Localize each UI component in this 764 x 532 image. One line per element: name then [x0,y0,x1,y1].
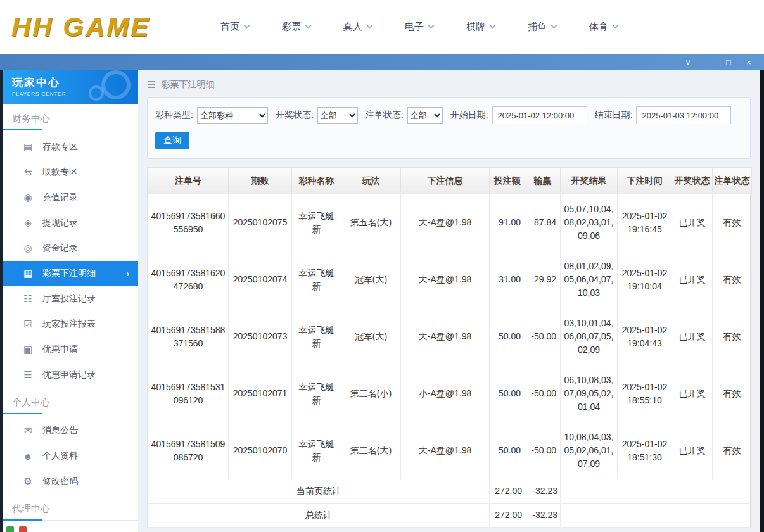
cell-order-status: 有效 [713,194,752,251]
cell-amount: 50.00 [490,308,525,365]
cell-play: 冠军(大) [341,308,401,365]
cell-bet-info: 大-A盘@1.98 [401,194,490,251]
chevron-down-icon [367,23,373,29]
window-collapse-icon[interactable]: ∨ [683,58,693,66]
promo-apply-icon: ▣ [22,344,34,355]
cell-order-no: 401569173581531096120 [148,365,229,422]
table-header-row: 注单号 期数 彩种名称 玩法 下注信息 投注额 输赢 开奖结果 下注时间 开奖状… [148,168,752,194]
cell-draw-status: 已开奖 [672,422,713,479]
window-minimize-icon[interactable]: — [703,58,713,66]
withdrawal-record-icon: ◈ [22,217,34,229]
order-status-select[interactable]: 全部 [407,107,443,124]
cell-amount: 91.00 [490,194,525,251]
cell-win-loss: -50.00 [525,365,561,422]
sidebar-item-withdraw[interactable]: ⇆ 取款专区 [3,160,138,185]
cell-result: 05,07,10,04,08,02,03,01,09,06 [561,194,618,251]
sidebar-item-profile[interactable]: ☻ 个人资料 [3,443,138,469]
nav-item-electronic[interactable]: 电子 [405,21,433,33]
cell-order-status: 有效 [713,365,752,422]
sidebar-item-deposit[interactable]: ▤ 存款专区 [3,134,138,160]
col-header-order-status: 注单状态 [713,168,752,194]
sidebar-item-funds-record[interactable]: ◎ 资金记录 [3,236,138,261]
sidebar-item-change-password[interactable]: ⚙ 修改密码 [3,469,138,494]
nav-item-sports[interactable]: 体育 [589,21,618,33]
sidebar-item-label: 彩票下注明细 [42,268,96,279]
withdraw-icon: ⇆ [22,167,34,178]
section-title-personal: 个人中心 [3,388,138,414]
cell-bet-time: 2025-01-02 18:55:10 [618,365,672,422]
col-header-order-no: 注单号 [148,168,229,194]
section-title-finance: 财务中心 [3,104,138,130]
sidebar-item-label: 优惠申请 [42,344,78,355]
sidebar-item-withdrawal-record[interactable]: ◈ 提现记录 [3,210,138,236]
cell-draw-status: 已开奖 [672,194,713,251]
deposit-icon: ▤ [22,141,34,153]
logo: HH GAME [11,12,201,42]
window-body: 玩家中心 PLAYERS CENTER 财务中心 ▤ 存款专区 ⇆ 取款专区 ◉… [0,70,764,532]
sidebar-item-lottery-bet-detail[interactable]: ▦ 彩票下注明细 › [3,261,138,286]
sidebar-item-label: 消息公告 [42,425,78,436]
end-date-input[interactable] [636,106,731,124]
cell-order-status: 有效 [713,308,752,365]
breadcrumb: ☰ 彩票下注明细 [147,79,751,91]
window-right-edge [760,70,764,532]
start-date-input[interactable] [492,106,587,124]
cell-play: 第三名(大) [341,422,401,479]
player-center-header: 玩家中心 PLAYERS CENTER [3,70,138,104]
col-header-win-loss: 输赢 [525,168,561,194]
hamburger-icon: ☰ [147,79,155,91]
cell-bet-time: 2025-01-02 19:16:45 [618,194,672,251]
sidebar-item-label: 充值记录 [42,192,78,203]
window-close-icon[interactable]: × [744,58,754,66]
sidebar-item-label: 玩家投注报表 [42,319,96,330]
sidebar-item-promo-apply[interactable]: ▣ 优惠申请 [3,337,138,362]
cell-result: 10,08,04,03,05,02,06,01,07,09 [561,422,618,479]
nav-item-chess[interactable]: 棋牌 [466,21,495,33]
cell-win-loss: 87.84 [525,194,561,251]
sidebar-item-messages[interactable]: ✉ 消息公告 [3,418,138,443]
cell-amount: 50.00 [490,365,525,422]
draw-status-select[interactable]: 全部 [317,107,358,124]
main-content: ☰ 彩票下注明细 彩种类型: 全部彩种 开奖状态: 全部 注单状态: 全部 开始… [138,70,760,532]
nav-label: 棋牌 [466,21,485,33]
sidebar-item-hall-bet-record[interactable]: ☷ 厅室投注记录 [3,286,138,312]
filter-panel: 彩种类型: 全部彩种 开奖状态: 全部 注单状态: 全部 开始日期: 结束日期:… [147,97,751,159]
nav-item-live[interactable]: 真人 [343,21,372,33]
cell-order-no: 401569173581620472680 [148,251,229,308]
summary-amount: 272.00 [490,479,525,504]
table-row: 401569173581588371560 20250102073 幸运飞艇新 … [148,308,752,365]
cell-win-loss: -50.00 [525,422,561,479]
profile-icon: ☻ [22,451,34,462]
table-row: 401569173581531096120 20250102071 幸运飞艇新 … [148,365,752,422]
col-header-period: 期数 [229,168,292,194]
cell-bet-info: 大-A盘@1.98 [401,422,490,479]
search-button[interactable]: 查询 [155,132,189,149]
sidebar-item-recharge-record[interactable]: ◉ 充值记录 [3,185,138,210]
chevron-down-icon [490,23,496,29]
nav-label: 体育 [589,21,608,33]
cell-bet-time: 2025-01-02 19:10:04 [618,251,672,308]
chevron-down-icon [244,23,250,29]
lottery-bet-detail-icon: ▦ [22,268,34,279]
cell-lottery: 幸运飞艇新 [292,308,341,365]
nav-item-fishing[interactable]: 捕鱼 [528,21,556,33]
lottery-type-select[interactable]: 全部彩种 [197,107,268,124]
sidebar-item-player-bet-report[interactable]: ☑ 玩家投注报表 [3,312,138,337]
draw-status-label: 开奖状态: [276,110,314,121]
cell-result: 03,10,01,04,06,08,07,05,02,09 [561,308,618,365]
cell-play: 冠军(大) [341,251,401,308]
cell-lottery: 幸运飞艇新 [292,194,341,251]
cell-bet-time: 2025-01-02 19:04:43 [618,308,672,365]
page-title: 彩票下注明细 [161,79,214,91]
sidebar-item-label: 优惠申请记录 [42,369,96,381]
nav-item-lottery[interactable]: 彩票 [282,21,310,33]
chevron-down-icon [428,23,435,29]
nav-item-home[interactable]: 首页 [220,21,249,33]
nav-label: 捕鱼 [528,21,547,33]
cell-bet-info: 小-A盘@1.98 [401,365,490,422]
sidebar-item-promo-apply-record[interactable]: ☰ 优惠申请记录 [3,362,138,388]
window-maximize-icon[interactable]: □ [723,58,734,66]
nav-label: 首页 [220,21,239,33]
bet-table: 注单号 期数 彩种名称 玩法 下注信息 投注额 输赢 开奖结果 下注时间 开奖状… [148,167,752,528]
order-status-label: 注单状态: [366,110,404,121]
